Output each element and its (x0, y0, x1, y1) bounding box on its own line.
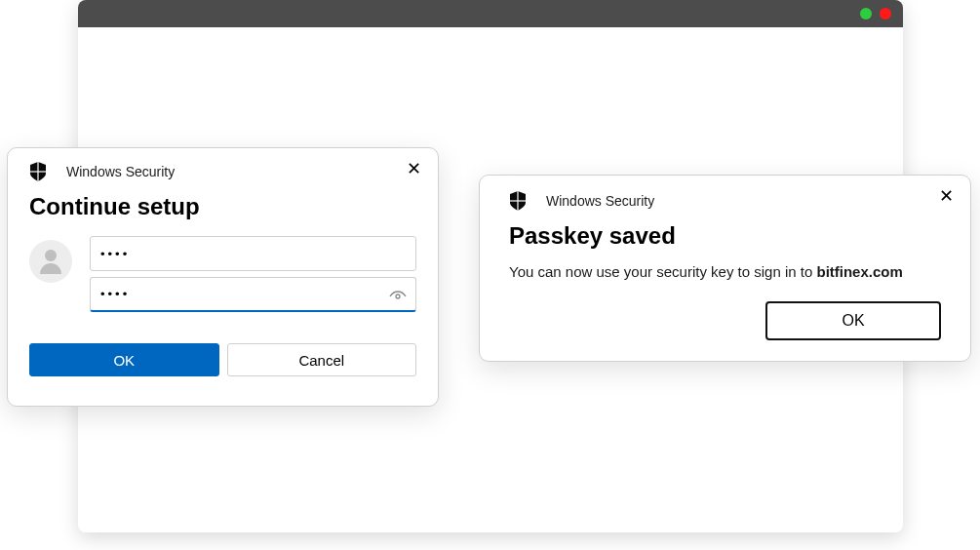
dialog-header: Windows Security ✕ (480, 176, 970, 215)
dialog-message: You can now use your security key to sig… (509, 263, 941, 280)
window-minimize-dot[interactable] (860, 8, 872, 20)
domain-name: bitfinex.com (816, 263, 902, 280)
shield-icon (509, 191, 527, 211)
shield-icon (29, 162, 47, 181)
dialog-title: Windows Security (66, 164, 175, 179)
message-text: You can now use your security key to sig… (509, 263, 816, 280)
continue-setup-dialog: Windows Security ✕ Continue setup (7, 147, 439, 407)
passkey-saved-dialog: Windows Security ✕ Passkey saved You can… (479, 175, 971, 362)
ok-button[interactable]: OK (29, 343, 219, 376)
svg-rect-4 (509, 200, 527, 201)
cancel-button[interactable]: Cancel (227, 343, 417, 376)
ok-button[interactable]: OK (765, 301, 941, 340)
avatar-icon (29, 240, 72, 283)
password-input[interactable] (90, 277, 416, 312)
svg-point-2 (396, 295, 400, 298)
window-titlebar (78, 0, 903, 27)
close-button[interactable]: ✕ (935, 185, 957, 207)
username-input[interactable] (90, 236, 416, 271)
dialog-header: Windows Security ✕ (8, 148, 438, 185)
dialog-title: Windows Security (546, 193, 654, 209)
dialog-heading: Passkey saved (509, 222, 941, 250)
close-icon: ✕ (939, 187, 954, 205)
reveal-password-icon[interactable] (389, 289, 407, 306)
close-button[interactable]: ✕ (403, 158, 424, 179)
svg-rect-1 (29, 171, 47, 172)
window-close-dot[interactable] (880, 8, 891, 20)
dialog-heading: Continue setup (29, 193, 416, 220)
close-icon: ✕ (407, 160, 421, 177)
